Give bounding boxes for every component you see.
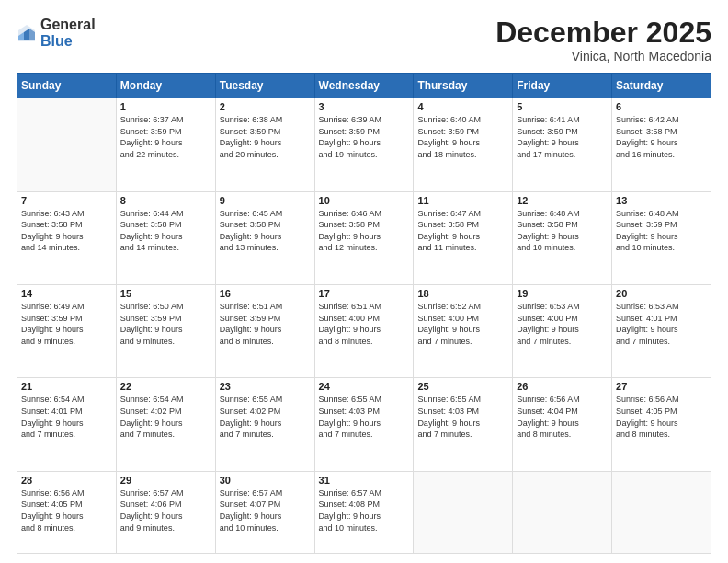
day-number: 6 [616,101,707,112]
calendar-cell: 7Sunrise: 6:43 AM Sunset: 3:58 PM Daylig… [17,191,117,284]
calendar-cell: 26Sunrise: 6:56 AM Sunset: 4:04 PM Dayli… [513,378,612,471]
day-number: 13 [616,195,707,206]
day-number: 24 [319,381,410,392]
day-number: 25 [417,381,508,392]
calendar-cell: 5Sunrise: 6:41 AM Sunset: 3:59 PM Daylig… [513,98,612,191]
day-info: Sunrise: 6:48 AM Sunset: 3:58 PM Dayligh… [517,208,608,254]
calendar-cell [513,471,612,553]
day-info: Sunrise: 6:55 AM Sunset: 4:03 PM Dayligh… [319,394,410,440]
title-section: December 2025 Vinica, North Macedonia [495,17,711,63]
generalblue-icon [17,23,37,43]
calendar-cell: 15Sunrise: 6:50 AM Sunset: 3:59 PM Dayli… [116,285,215,378]
day-number: 9 [220,195,311,206]
calendar-cell: 11Sunrise: 6:47 AM Sunset: 3:58 PM Dayli… [414,191,513,284]
weekday-header-thursday: Thursday [414,74,513,98]
day-number: 17 [319,288,410,299]
calendar-week-row: 1Sunrise: 6:37 AM Sunset: 3:59 PM Daylig… [17,98,711,191]
day-number: 2 [220,101,311,112]
day-info: Sunrise: 6:49 AM Sunset: 3:59 PM Dayligh… [21,301,112,347]
day-info: Sunrise: 6:41 AM Sunset: 3:59 PM Dayligh… [517,114,608,160]
calendar-cell: 24Sunrise: 6:55 AM Sunset: 4:03 PM Dayli… [314,378,414,471]
calendar-cell: 30Sunrise: 6:57 AM Sunset: 4:07 PM Dayli… [215,471,314,553]
calendar-cell: 3Sunrise: 6:39 AM Sunset: 3:59 PM Daylig… [314,98,414,191]
day-number: 4 [417,101,508,112]
day-number: 15 [120,288,211,299]
calendar-cell [17,98,117,191]
day-number: 22 [120,381,211,392]
day-info: Sunrise: 6:45 AM Sunset: 3:58 PM Dayligh… [220,208,311,254]
day-number: 23 [220,381,311,392]
calendar-cell: 17Sunrise: 6:51 AM Sunset: 4:00 PM Dayli… [314,285,414,378]
calendar-cell: 18Sunrise: 6:52 AM Sunset: 4:00 PM Dayli… [414,285,513,378]
day-info: Sunrise: 6:52 AM Sunset: 4:00 PM Dayligh… [417,301,508,347]
day-number: 18 [417,288,508,299]
day-info: Sunrise: 6:57 AM Sunset: 4:07 PM Dayligh… [220,488,311,534]
day-info: Sunrise: 6:39 AM Sunset: 3:59 PM Dayligh… [319,114,410,160]
calendar-cell: 16Sunrise: 6:51 AM Sunset: 3:59 PM Dayli… [215,285,314,378]
day-info: Sunrise: 6:54 AM Sunset: 4:01 PM Dayligh… [21,394,112,440]
day-number: 21 [21,381,112,392]
location: Vinica, North Macedonia [495,49,711,63]
calendar-cell [414,471,513,553]
day-info: Sunrise: 6:57 AM Sunset: 4:06 PM Dayligh… [120,488,211,534]
day-number: 12 [517,195,608,206]
weekday-header-wednesday: Wednesday [314,74,414,98]
calendar-week-row: 7Sunrise: 6:43 AM Sunset: 3:58 PM Daylig… [17,191,711,284]
calendar-week-row: 28Sunrise: 6:56 AM Sunset: 4:05 PM Dayli… [17,471,711,553]
weekday-header-row: SundayMondayTuesdayWednesdayThursdayFrid… [17,74,711,98]
day-number: 11 [417,195,508,206]
calendar-cell: 2Sunrise: 6:38 AM Sunset: 3:59 PM Daylig… [215,98,314,191]
day-number: 29 [120,475,211,486]
calendar-cell: 28Sunrise: 6:56 AM Sunset: 4:05 PM Dayli… [17,471,117,553]
day-number: 31 [319,475,410,486]
day-number: 8 [120,195,211,206]
day-number: 14 [21,288,112,299]
day-info: Sunrise: 6:54 AM Sunset: 4:02 PM Dayligh… [120,394,211,440]
day-number: 16 [220,288,311,299]
calendar-cell: 29Sunrise: 6:57 AM Sunset: 4:06 PM Dayli… [116,471,215,553]
calendar-cell: 23Sunrise: 6:55 AM Sunset: 4:02 PM Dayli… [215,378,314,471]
day-info: Sunrise: 6:55 AM Sunset: 4:03 PM Dayligh… [417,394,508,440]
calendar-week-row: 14Sunrise: 6:49 AM Sunset: 3:59 PM Dayli… [17,285,711,378]
month-title: December 2025 [495,17,711,49]
day-info: Sunrise: 6:57 AM Sunset: 4:08 PM Dayligh… [319,488,410,534]
calendar-cell: 12Sunrise: 6:48 AM Sunset: 3:58 PM Dayli… [513,191,612,284]
calendar-cell: 13Sunrise: 6:48 AM Sunset: 3:59 PM Dayli… [612,191,711,284]
weekday-header-saturday: Saturday [612,74,711,98]
day-number: 3 [319,101,410,112]
logo-general: General [40,17,96,33]
logo: General Blue [17,17,96,49]
day-info: Sunrise: 6:56 AM Sunset: 4:05 PM Dayligh… [616,394,707,440]
calendar-cell: 14Sunrise: 6:49 AM Sunset: 3:59 PM Dayli… [17,285,117,378]
weekday-header-tuesday: Tuesday [215,74,314,98]
day-info: Sunrise: 6:51 AM Sunset: 4:00 PM Dayligh… [319,301,410,347]
header: General Blue December 2025 Vinica, North… [17,17,711,63]
day-info: Sunrise: 6:43 AM Sunset: 3:58 PM Dayligh… [21,208,112,254]
day-info: Sunrise: 6:47 AM Sunset: 3:58 PM Dayligh… [417,208,508,254]
day-info: Sunrise: 6:51 AM Sunset: 3:59 PM Dayligh… [220,301,311,347]
day-info: Sunrise: 6:40 AM Sunset: 3:59 PM Dayligh… [417,114,508,160]
calendar-cell: 27Sunrise: 6:56 AM Sunset: 4:05 PM Dayli… [612,378,711,471]
calendar-cell: 22Sunrise: 6:54 AM Sunset: 4:02 PM Dayli… [116,378,215,471]
day-info: Sunrise: 6:53 AM Sunset: 4:00 PM Dayligh… [517,301,608,347]
calendar-cell: 6Sunrise: 6:42 AM Sunset: 3:58 PM Daylig… [612,98,711,191]
day-info: Sunrise: 6:38 AM Sunset: 3:59 PM Dayligh… [220,114,311,160]
day-number: 1 [120,101,211,112]
calendar-cell: 1Sunrise: 6:37 AM Sunset: 3:59 PM Daylig… [116,98,215,191]
day-number: 5 [517,101,608,112]
calendar-cell: 4Sunrise: 6:40 AM Sunset: 3:59 PM Daylig… [414,98,513,191]
day-info: Sunrise: 6:46 AM Sunset: 3:58 PM Dayligh… [319,208,410,254]
day-info: Sunrise: 6:56 AM Sunset: 4:04 PM Dayligh… [517,394,608,440]
day-number: 10 [319,195,410,206]
calendar-cell: 8Sunrise: 6:44 AM Sunset: 3:58 PM Daylig… [116,191,215,284]
day-info: Sunrise: 6:53 AM Sunset: 4:01 PM Dayligh… [616,301,707,347]
weekday-header-sunday: Sunday [17,74,117,98]
calendar-week-row: 21Sunrise: 6:54 AM Sunset: 4:01 PM Dayli… [17,378,711,471]
calendar-cell: 19Sunrise: 6:53 AM Sunset: 4:00 PM Dayli… [513,285,612,378]
day-info: Sunrise: 6:44 AM Sunset: 3:58 PM Dayligh… [120,208,211,254]
calendar-cell: 31Sunrise: 6:57 AM Sunset: 4:08 PM Dayli… [314,471,414,553]
day-info: Sunrise: 6:37 AM Sunset: 3:59 PM Dayligh… [120,114,211,160]
calendar-cell [612,471,711,553]
day-number: 27 [616,381,707,392]
day-info: Sunrise: 6:55 AM Sunset: 4:02 PM Dayligh… [220,394,311,440]
